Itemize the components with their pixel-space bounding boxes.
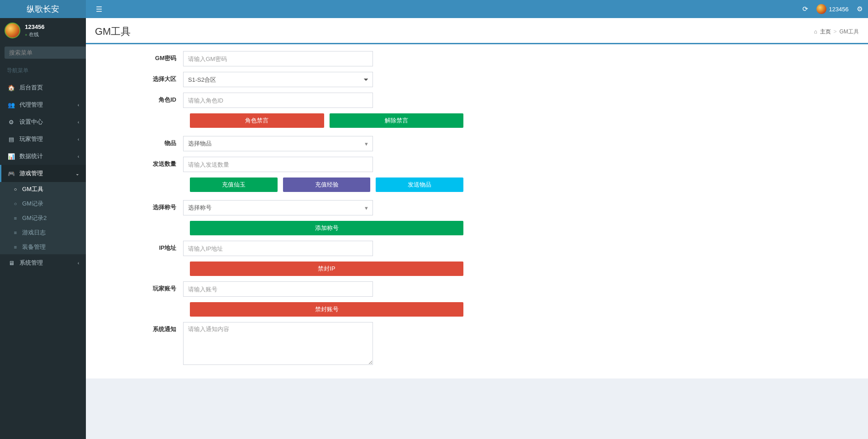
zone-select[interactable]: S1-S2合区 [183,72,373,87]
search-input[interactable] [5,47,90,59]
account-input[interactable] [183,281,373,297]
avatar [816,4,826,14]
recharge-jade-button[interactable]: 充值仙玉 [190,177,278,192]
gm-password-label: GM密码 [93,51,183,62]
breadcrumb-current: GM工具 [840,28,859,36]
file-icon: ▤ [7,136,16,143]
user-panel: 123456 在线 [0,18,86,43]
gamepad-icon: 🎮 [7,170,16,177]
ban-account-button[interactable]: 禁封账号 [190,302,463,317]
desktop-icon: 🖥 [7,260,16,266]
app-logo[interactable]: 纵歌长安 [0,0,86,18]
circle-icon: ○ [11,187,19,192]
sub-label: GM记录 [22,200,43,208]
recharge-exp-button[interactable]: 充值经验 [283,177,371,192]
nav-label: 后台首页 [19,84,43,92]
sub-gm-log2[interactable]: ≡ GM记录2 [0,211,86,225]
title-select[interactable]: 选择称号 [183,200,373,215]
dashboard-icon: ⌂ [814,28,817,35]
ip-input[interactable] [183,241,373,256]
role-id-input[interactable] [183,93,373,108]
nav-home[interactable]: 🏠 后台首页 [0,79,86,96]
role-id-label: 角色ID [93,93,183,104]
unban-role-button[interactable]: 解除禁言 [330,113,464,128]
avatar [5,23,20,38]
top-nav: ☰ ⟳ 123456 ⚙ [86,0,868,18]
ip-label: IP地址 [93,241,183,252]
sidebar-search: 🔍 [0,43,86,62]
chevron-left-icon: ‹ [78,103,79,107]
sub-equipment[interactable]: ≡ 装备管理 [0,240,86,254]
main: ☰ ⟳ 123456 ⚙ GM工具 ⌂ 主页 > GM工具 [86,0,868,439]
nav-system[interactable]: 🖥 系统管理 ‹ [0,254,86,271]
notice-label: 系统通知 [93,322,183,333]
nav-label: 系统管理 [19,259,43,267]
list-icon: ≡ [11,244,19,250]
circle-icon: ○ [11,201,19,206]
users-icon: 👥 [7,102,16,108]
sub-label: GM工具 [22,185,43,193]
send-qty-input[interactable] [183,157,373,172]
nav-label: 代理管理 [19,101,43,109]
sub-label: 装备管理 [22,243,46,251]
nav-list: 🏠 后台首页 👥 代理管理 ‹ ⚙ 设置中心 ‹ ▤ 玩家管理 ‹ 📊 数据统计 [0,79,86,271]
list-icon: ≡ [11,215,19,221]
sub-gm-log[interactable]: ○ GM记录 [0,196,86,211]
content-header: GM工具 ⌂ 主页 > GM工具 [86,18,868,44]
nav-stats[interactable]: 📊 数据统计 ‹ [0,148,86,165]
nav-agent[interactable]: 👥 代理管理 ‹ [0,96,86,113]
content: GM密码 选择大区 S1-S2合区 角色ID [86,44,868,378]
add-title-button[interactable]: 添加称号 [190,221,463,235]
chevron-left-icon: ‹ [78,120,79,125]
gm-form: GM密码 选择大区 S1-S2合区 角色ID [86,51,493,366]
refresh-icon[interactable]: ⟳ [802,5,808,13]
breadcrumb-home[interactable]: 主页 [820,28,831,36]
list-icon: ≡ [11,230,19,235]
item-label: 物品 [93,136,183,147]
sub-gm-tool[interactable]: ○ GM工具 [0,182,86,196]
nav-label: 玩家管理 [19,135,43,143]
nav-label: 游戏管理 [19,169,43,177]
cogs-icon: ⚙ [7,119,16,126]
zone-label: 选择大区 [93,72,183,83]
chevron-left-icon: ‹ [78,137,79,142]
sidebar: 纵歌长安 123456 在线 🔍 导航菜单 🏠 后台首页 👥 代理管理 ‹ [0,0,86,439]
chart-icon: 📊 [7,153,16,160]
sub-label: 游戏日志 [22,229,46,237]
chevron-left-icon: ‹ [78,154,79,159]
game-sublist: ○ GM工具 ○ GM记录 ≡ GM记录2 ≡ 游戏日志 ≡ 装备管理 [0,182,86,254]
breadcrumb-sep: > [834,28,837,35]
nav-game[interactable]: 🎮 游戏管理 ⌄ [0,165,86,182]
nav-header: 导航菜单 [0,62,86,79]
ban-role-button[interactable]: 角色禁言 [190,113,324,128]
home-icon: 🏠 [7,84,16,91]
sub-label: GM记录2 [22,214,47,222]
send-qty-label: 发送数量 [93,157,183,168]
send-item-button[interactable]: 发送物品 [376,177,463,192]
breadcrumb: ⌂ 主页 > GM工具 [814,28,859,36]
user-name: 123456 [25,23,44,31]
title-label: 选择称号 [93,200,183,211]
chevron-left-icon: ‹ [78,261,79,266]
nav-settings[interactable]: ⚙ 设置中心 ‹ [0,113,86,131]
nav-label: 设置中心 [19,118,43,126]
page-title: GM工具 [95,25,131,38]
sub-game-log[interactable]: ≡ 游戏日志 [0,225,86,240]
hamburger-icon[interactable]: ☰ [91,5,107,14]
top-username: 123456 [829,6,849,13]
share-icon[interactable]: ⚙ [857,5,863,13]
top-user[interactable]: 123456 [816,4,849,14]
item-select[interactable]: 选择物品 [183,136,373,151]
account-label: 玩家账号 [93,281,183,293]
nav-label: 数据统计 [19,152,43,160]
notice-textarea[interactable] [183,322,373,365]
nav-player[interactable]: ▤ 玩家管理 ‹ [0,131,86,148]
user-status: 在线 [25,31,44,38]
ban-ip-button[interactable]: 禁封IP [190,262,463,276]
chevron-down-icon: ⌄ [75,171,79,176]
gm-password-input[interactable] [183,51,373,66]
